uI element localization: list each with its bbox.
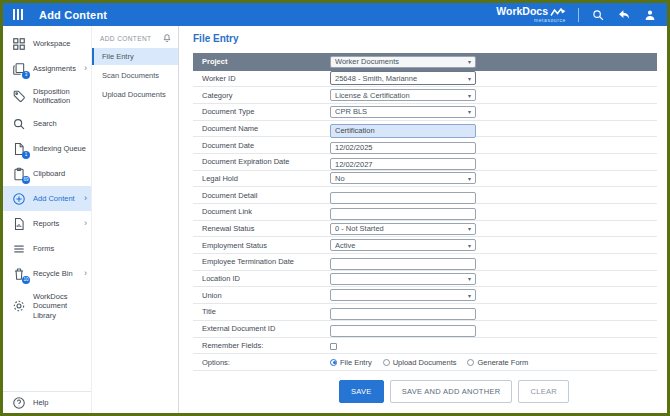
form-row-title: Title [193,304,657,321]
brand-mark-icon [550,7,566,17]
add-content-submenu: ADD CONTENT File Entry Scan Documents Up… [92,26,179,413]
form-row-document-type: Document Type CPR BLS ▾ [193,104,657,121]
worker-id-select[interactable]: 25648 - Smith, Marianne ▾ [330,71,476,85]
indexing-queue-icon: 1 [12,142,26,156]
reply-arrow-icon[interactable] [617,8,631,22]
page-title: Add Content [39,9,107,21]
category-select[interactable]: License & Certification ▾ [330,89,476,101]
form-row-document-date: Document Date [193,137,657,154]
external-document-id-input[interactable] [330,325,476,337]
chevron-down-icon: ▾ [468,75,471,82]
reports-icon [12,217,26,231]
option-generate-form[interactable]: Generate Form [467,358,528,367]
chevron-down-icon: ▾ [468,292,471,299]
form-title: File Entry [193,33,659,44]
form-row-document-expiration-date: Document Expiration Date [193,154,657,171]
sidebar-item-workdocs-document-library[interactable]: WorkDocs Document Library [3,286,91,326]
form-row-document-link: Document Link [193,204,657,221]
sidebar-item-search[interactable]: Search [3,111,91,136]
sidebar-item-clipboard[interactable]: 69 Clipboard [3,161,91,186]
document-detail-input[interactable] [330,192,476,204]
form-row-union: Union ▾ [193,287,657,304]
form-row-remember-fields: Remember Fields: [193,338,657,355]
document-type-select[interactable]: CPR BLS ▾ [330,106,476,118]
sidebar-item-help[interactable]: Help [3,391,91,413]
sidebar-item-disposition-notification[interactable]: Disposition Notification [3,81,91,111]
top-header: Add Content WorkDocs metasource [3,3,667,26]
app-window: Add Content WorkDocs metasource [0,0,670,416]
sidebar-spacer [3,326,91,391]
location-id-select[interactable]: ▾ [330,273,476,285]
form-row-document-detail: Document Detail [193,187,657,204]
employee-termination-date-input[interactable] [330,258,476,270]
recycle-bin-icon: 10 [12,267,26,281]
sidebar-item-assignments[interactable]: 3 Assignments › [3,56,91,81]
employment-status-select[interactable]: Active ▾ [330,239,476,251]
submenu-item-file-entry[interactable]: File Entry [92,48,178,65]
radio-icon[interactable] [383,359,390,366]
user-icon[interactable] [643,8,657,22]
chevron-down-icon: ▾ [468,275,471,282]
sidebar-item-recycle-bin[interactable]: 10 Recycle Bin › [3,261,91,286]
forms-icon [12,242,26,256]
legal-hold-select[interactable]: No ▾ [330,172,476,184]
document-expiration-date-input[interactable] [330,158,476,170]
document-link-input[interactable] [330,208,476,220]
form-row-worker-id: Worker ID 25648 - Smith, Marianne ▾ [193,71,657,88]
save-button[interactable]: SAVE [339,380,384,403]
divider [578,8,579,22]
indexing-queue-badge: 1 [22,151,30,159]
form-actions: SAVE SAVE AND ADD ANOTHER CLEAR [339,380,657,403]
chevron-down-icon: ▾ [468,175,471,182]
chevron-right-icon: › [84,194,87,203]
chevron-down-icon: ▾ [468,58,471,65]
search-icon [12,117,26,131]
form-row-location-id: Location ID ▾ [193,271,657,288]
option-file-entry[interactable]: File Entry [330,358,372,367]
remember-fields-checkbox[interactable] [330,343,337,350]
form-row-document-name: Document Name [193,121,657,138]
brand-name: WorkDocs [496,6,548,17]
chevron-right-icon: › [84,219,87,228]
submenu-item-scan-documents[interactable]: Scan Documents [92,67,178,84]
chevron-down-icon: ▾ [468,108,471,115]
assignments-icon: 3 [12,62,26,76]
form-row-employment-status: Employment Status Active ▾ [193,237,657,254]
clipboard-badge: 69 [22,176,30,184]
save-and-add-another-button[interactable]: SAVE AND ADD ANOTHER [390,380,513,403]
bell-icon[interactable] [162,33,172,43]
sidebar-item-workspace[interactable]: Workspace [3,31,91,56]
project-select[interactable]: Worker Documents ▾ [330,56,476,68]
brand-logo: WorkDocs metasource [496,6,566,23]
recycle-bin-badge: 10 [22,276,30,284]
form-row-category: Category License & Certification ▾ [193,87,657,104]
sidebar-item-forms[interactable]: Forms [3,236,91,261]
help-icon [12,396,26,410]
renewal-status-select[interactable]: 0 - Not Started ▾ [330,223,476,235]
add-content-icon [12,192,26,206]
radio-icon[interactable] [330,359,337,366]
clear-button[interactable]: CLEAR [518,380,569,403]
form-row-renewal-status: Renewal Status 0 - Not Started ▾ [193,221,657,238]
sidebar-item-add-content[interactable]: Add Content › [3,186,91,211]
sidebar-item-reports[interactable]: Reports › [3,211,91,236]
assignments-badge: 3 [22,71,30,79]
menu-icon[interactable] [13,9,23,20]
union-select[interactable]: ▾ [330,289,476,301]
option-upload-documents[interactable]: Upload Documents [383,358,457,367]
clipboard-icon: 69 [12,167,26,181]
search-icon[interactable] [591,8,605,22]
document-date-input[interactable] [330,142,476,154]
chevron-down-icon: ▾ [468,92,471,99]
main-content: File Entry Project Worker Documents ▾ Wo… [179,26,667,413]
brand-subtitle: metasource [534,18,566,23]
sidebar: Workspace 3 Assignments › Disposition N [3,26,92,413]
submenu-item-upload-documents[interactable]: Upload Documents [92,86,178,103]
form-row-external-document-id: External Document ID [193,321,657,338]
tag-icon [12,89,26,103]
title-input[interactable] [330,308,476,320]
form-row-project: Project Worker Documents ▾ [193,53,657,71]
sidebar-item-indexing-queue[interactable]: 1 Indexing Queue [3,136,91,161]
library-icon [12,299,26,313]
radio-icon[interactable] [467,359,474,366]
